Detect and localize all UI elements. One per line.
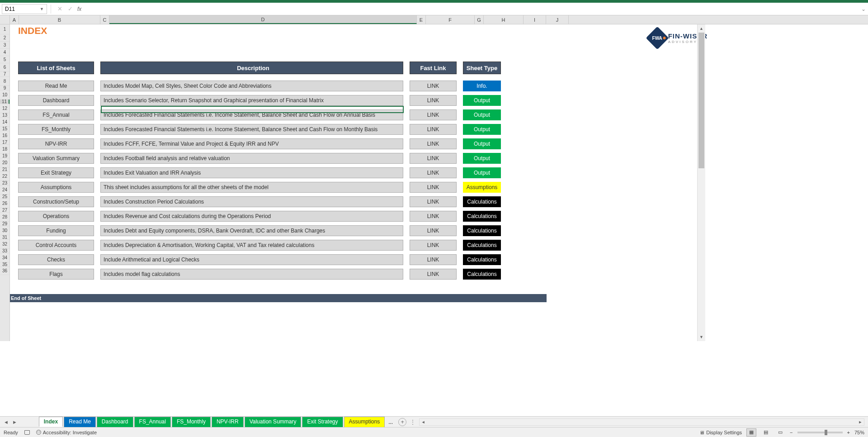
sheet-tab[interactable]: FS_Annual bbox=[134, 417, 171, 427]
row-header-28[interactable]: 28 bbox=[0, 213, 9, 222]
zoom-out-button[interactable]: − bbox=[790, 430, 793, 435]
row-header-25[interactable]: 25 bbox=[0, 195, 9, 199]
sheet-tab[interactable]: NPV-IRR bbox=[212, 417, 244, 427]
row-header-31[interactable]: 31 bbox=[0, 235, 9, 240]
col-header-J[interactable]: J bbox=[546, 15, 569, 24]
row-header-35[interactable]: 35 bbox=[0, 262, 9, 267]
cell-sheet-name[interactable]: Read Me bbox=[18, 81, 94, 91]
zoom-slider[interactable] bbox=[797, 432, 843, 433]
sheet-tab[interactable]: FS_Monthly bbox=[172, 417, 211, 427]
cell-sheet-name[interactable]: FS_Annual bbox=[18, 109, 94, 120]
add-sheet-button[interactable]: + bbox=[398, 418, 406, 426]
cell-description[interactable]: Include Arithmetical and Logical Checks bbox=[100, 254, 403, 265]
cell-link[interactable]: LINK bbox=[410, 254, 457, 265]
scroll-down-icon[interactable]: ▼ bbox=[698, 333, 705, 341]
cell-description[interactable]: Includes Exit Valuation and IRR Analysis bbox=[100, 167, 403, 178]
cell-sheet-type[interactable]: Output bbox=[463, 95, 501, 106]
cell-description[interactable]: Includes Model Map, Cell Styles, Sheet C… bbox=[100, 81, 403, 91]
name-box-dropdown-icon[interactable]: ▼ bbox=[40, 7, 44, 11]
sheet-tab[interactable]: Dashboard bbox=[97, 417, 133, 427]
cell-sheet-name[interactable]: NPV-IRR bbox=[18, 138, 94, 149]
row-header-24[interactable]: 24 bbox=[0, 185, 9, 195]
cell-sheet-type[interactable]: Output bbox=[463, 138, 501, 149]
cell-sheet-type[interactable]: Output bbox=[463, 124, 501, 135]
macro-record-icon[interactable] bbox=[24, 430, 30, 435]
cell-sheet-name[interactable]: FS_Monthly bbox=[18, 124, 94, 135]
row-header-11[interactable]: 11 bbox=[0, 100, 9, 104]
cell-sheet-type[interactable]: Calculations bbox=[463, 254, 501, 265]
row-header-22[interactable]: 22 bbox=[0, 172, 9, 181]
col-header-B[interactable]: B bbox=[19, 15, 100, 24]
cell-link[interactable]: LINK bbox=[410, 153, 457, 164]
cell-link[interactable]: LINK bbox=[410, 81, 457, 91]
cell-sheet-name[interactable]: Checks bbox=[18, 254, 94, 265]
row-header-16[interactable]: 16 bbox=[0, 131, 9, 140]
cell-sheet-type[interactable]: Calculations bbox=[463, 196, 501, 207]
cell-sheet-type[interactable]: Calculations bbox=[463, 211, 501, 222]
col-header-H[interactable]: H bbox=[484, 15, 524, 24]
col-header-C[interactable]: C bbox=[100, 15, 109, 24]
cell-link[interactable]: LINK bbox=[410, 138, 457, 149]
formula-expand-icon[interactable]: ⌄ bbox=[859, 6, 868, 12]
cell-sheet-name[interactable]: Flags bbox=[18, 269, 94, 280]
accessibility-icon[interactable]: ⚇ bbox=[36, 430, 41, 435]
row-header-4[interactable]: 4 bbox=[0, 49, 9, 56]
cell-link[interactable]: LINK bbox=[410, 196, 457, 207]
cell-link[interactable]: LINK bbox=[410, 225, 457, 236]
cell-description[interactable]: Includes model flag calculations bbox=[100, 269, 403, 280]
cell-link[interactable]: LINK bbox=[410, 269, 457, 280]
cell-sheet-name[interactable]: Operations bbox=[18, 211, 94, 222]
cell-link[interactable]: LINK bbox=[410, 240, 457, 251]
select-all-corner[interactable] bbox=[0, 15, 10, 24]
cell-sheet-name[interactable]: Dashboard bbox=[18, 95, 94, 106]
hscroll-left-icon[interactable]: ◄ bbox=[420, 420, 427, 424]
cell-sheet-type[interactable]: Calculations bbox=[463, 225, 501, 236]
cell-description[interactable]: Includes FCFF, FCFE, Terminal Value and … bbox=[100, 138, 403, 149]
cell-sheet-name[interactable]: Funding bbox=[18, 225, 94, 236]
cell-sheet-type[interactable]: Calculations bbox=[463, 240, 501, 251]
row-header-10[interactable]: 10 bbox=[0, 90, 9, 100]
name-box[interactable]: D11 ▼ bbox=[2, 4, 47, 14]
row-header-15[interactable]: 15 bbox=[0, 127, 9, 131]
col-header-E[interactable]: E bbox=[417, 15, 426, 24]
cell-sheet-type[interactable]: Assumptions bbox=[463, 182, 501, 193]
row-header-9[interactable]: 9 bbox=[0, 86, 9, 90]
cell-sheet-name[interactable]: Valuation Summary bbox=[18, 153, 94, 164]
cell-description[interactable]: Includes Debt and Equity components, DSR… bbox=[100, 225, 403, 236]
col-header-A[interactable]: A bbox=[10, 15, 19, 24]
row-header-23[interactable]: 23 bbox=[0, 181, 9, 185]
col-header-D[interactable]: D bbox=[109, 15, 417, 24]
row-header-12[interactable]: 12 bbox=[0, 104, 9, 113]
row-header-7[interactable]: 7 bbox=[0, 71, 9, 77]
row-header-1[interactable]: 1 bbox=[0, 24, 9, 34]
row-header-18[interactable]: 18 bbox=[0, 145, 9, 154]
cell-description[interactable]: Includes Forecasted Financial Statements… bbox=[100, 124, 403, 135]
sheet-tab[interactable]: Exit Strategy bbox=[302, 417, 343, 427]
page-layout-view-icon[interactable]: ▤ bbox=[761, 428, 771, 437]
hscroll-right-icon[interactable]: ► bbox=[857, 420, 864, 424]
cell-link[interactable]: LINK bbox=[410, 95, 457, 106]
cell-sheet-type[interactable]: Output bbox=[463, 153, 501, 164]
tab-prev-icon[interactable]: ◄ bbox=[4, 419, 9, 425]
selected-cell-outline[interactable] bbox=[101, 106, 404, 113]
cell-description[interactable]: Includes Football field analysis and rel… bbox=[100, 153, 403, 164]
col-header-F[interactable]: F bbox=[426, 15, 475, 24]
row-header-32[interactable]: 32 bbox=[0, 240, 9, 249]
horizontal-scrollbar[interactable]: ◄ ► bbox=[419, 418, 864, 426]
status-accessibility[interactable]: Accessibility: Investigate bbox=[43, 430, 97, 435]
sheet-tab[interactable]: Index bbox=[39, 417, 63, 427]
sheet-tab[interactable]: Assumptions bbox=[344, 417, 385, 427]
vertical-scrollbar[interactable]: ▲ ▼ bbox=[697, 24, 705, 341]
cell-link[interactable]: LINK bbox=[410, 124, 457, 135]
fx-icon[interactable]: fx bbox=[75, 6, 83, 12]
scroll-up-icon[interactable]: ▲ bbox=[698, 24, 705, 33]
cell-description[interactable]: This sheet includes assumptions for all … bbox=[100, 182, 403, 193]
row-header-14[interactable]: 14 bbox=[0, 118, 9, 127]
row-header-8[interactable]: 8 bbox=[0, 77, 9, 86]
col-header-G[interactable]: G bbox=[475, 15, 484, 24]
cell-sheet-name[interactable]: Exit Strategy bbox=[18, 167, 94, 178]
tabs-more-button[interactable]: ... bbox=[386, 418, 396, 427]
zoom-level[interactable]: 75% bbox=[854, 430, 864, 435]
row-header-3[interactable]: 3 bbox=[0, 42, 9, 49]
row-header-36[interactable]: 36 bbox=[0, 267, 9, 275]
